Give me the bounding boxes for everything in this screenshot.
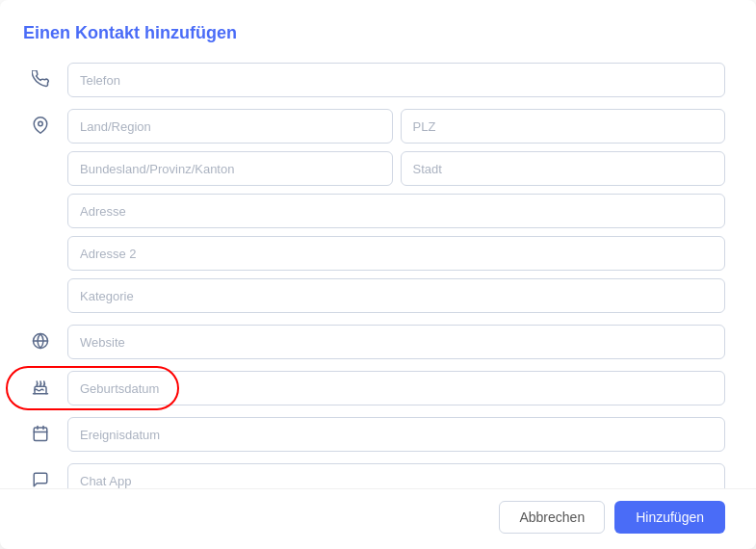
stadt-input[interactable] xyxy=(401,151,726,186)
chatapp-row xyxy=(23,463,725,488)
geburtsdatum-row xyxy=(23,371,725,405)
ereignisdatum-row xyxy=(23,417,725,452)
add-button[interactable]: Hinzufügen xyxy=(614,501,725,534)
land-input[interactable] xyxy=(67,109,393,144)
adresse2-input[interactable] xyxy=(67,236,725,271)
location-row xyxy=(23,109,725,313)
calendar-icon xyxy=(23,417,58,442)
svg-point-0 xyxy=(39,121,43,126)
cancel-button[interactable]: Abbrechen xyxy=(499,501,605,534)
bundesland-input[interactable] xyxy=(67,151,393,186)
website-fields xyxy=(67,325,725,359)
modal-container: Einen Kontakt hinzufügen xyxy=(0,0,756,549)
bundesland-stadt-row xyxy=(67,151,725,186)
land-plz-row xyxy=(67,109,725,144)
adresse-input[interactable] xyxy=(67,194,725,228)
website-input[interactable] xyxy=(67,325,725,359)
ereignisdatum-fields xyxy=(67,417,725,452)
ereignisdatum-input[interactable] xyxy=(67,417,725,452)
address-fields xyxy=(67,109,725,313)
location-icon xyxy=(23,109,58,134)
chatapp-fields xyxy=(67,463,725,488)
website-row xyxy=(23,325,725,359)
telefon-row xyxy=(23,63,725,97)
telefon-fields xyxy=(67,63,725,97)
chat-icon xyxy=(23,463,58,488)
geburtsdatum-input[interactable] xyxy=(67,371,725,405)
globe-icon xyxy=(23,325,58,350)
cake-icon xyxy=(23,371,58,396)
plz-input[interactable] xyxy=(401,109,726,144)
modal-content: Einen Kontakt hinzufügen xyxy=(0,0,756,488)
geburtsdatum-fields xyxy=(67,371,725,405)
telefon-input[interactable] xyxy=(67,63,725,97)
page-title: Einen Kontakt hinzufügen xyxy=(23,23,725,43)
kategorie-input[interactable] xyxy=(67,278,725,313)
svg-rect-3 xyxy=(34,428,47,441)
modal-footer: Abbrechen Hinzufügen xyxy=(0,488,756,549)
phone-icon xyxy=(23,63,58,88)
chatapp-input[interactable] xyxy=(67,463,725,488)
